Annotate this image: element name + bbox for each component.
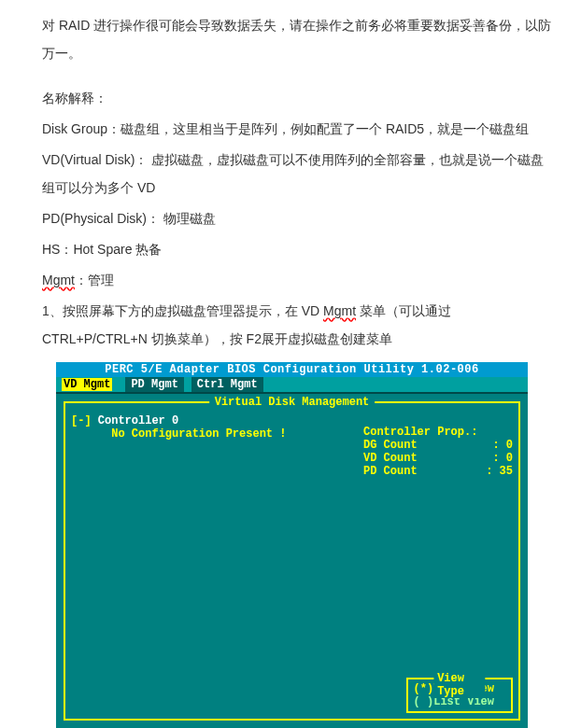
term-mgmt: Mgmt (42, 273, 75, 287)
bios-canvas: Virtual Disk Management [-] Controller 0… (56, 392, 528, 728)
tab-pd-mgmt[interactable]: PD Mgmt (125, 377, 183, 392)
tab-vd-mgmt[interactable]: VD Mgmt (56, 377, 118, 392)
text: ：管理 (75, 273, 114, 287)
tab-ctrl-mgmt[interactable]: Ctrl Mgmt (191, 377, 263, 392)
controller-tree: [-] Controller 0 No Configuration Presen… (71, 414, 286, 441)
paragraph-mgmt: Mgmt：管理 (42, 266, 553, 294)
props-vdcount: VD Count: 0 (363, 452, 513, 465)
controller-properties: Controller Prop.: DG Count: 0 VD Count: … (363, 426, 513, 478)
bios-titlebar: PERC 5/E Adapter BIOS Configuration Util… (56, 362, 528, 377)
props-pdcount: PD Count: 35 (363, 465, 513, 478)
text: 1、按照屏幕下方的虚拟磁盘管理器提示，在 VD (42, 303, 323, 318)
bios-screenshot: PERC 5/E Adapter BIOS Configuration Util… (56, 362, 581, 728)
paragraph-hs: HS：Hot Spare 热备 (42, 235, 553, 263)
paragraph-warning: 对 RAID 进行操作很可能会导致数据丢失，请在操作之前务必将重要数据妥善备份，… (42, 11, 553, 67)
term-mgmt-inline: Mgmt (323, 303, 356, 318)
prop-key: PD Count (363, 465, 418, 478)
document-body: 对 RAID 进行操作很可能会导致数据丢失，请在操作之前务必将重要数据妥善备份，… (0, 0, 581, 353)
tree-toggle-icon[interactable]: [-] (71, 414, 98, 427)
bios-frame: Virtual Disk Management [-] Controller 0… (64, 401, 520, 721)
prop-val: : 35 (486, 465, 513, 478)
bios-window: PERC 5/E Adapter BIOS Configuration Util… (56, 362, 528, 728)
prop-val: : 0 (492, 452, 513, 465)
paragraph-step1: 1、按照屏幕下方的虚拟磁盘管理器提示，在 VD Mgmt 菜单（可以通过 CTR… (42, 297, 553, 353)
view-type-title: View Type (433, 672, 485, 698)
view-type-box: View Type (*)Tree View ( )List View (406, 678, 513, 713)
tree-row-noconfig: No Configuration Present ! (71, 427, 286, 441)
bios-frame-title: Virtual Disk Management (209, 396, 376, 409)
paragraph-diskgroup: Disk Group：磁盘组，这里相当于是阵列，例如配置了一个 RAID5，就是… (42, 115, 553, 143)
prop-val: : 0 (492, 439, 513, 452)
paragraph-glossary-heading: 名称解释： (42, 84, 553, 112)
tab-label: VD Mgmt (62, 378, 112, 391)
bios-tabs: VD Mgmt PD Mgmt Ctrl Mgmt (56, 377, 528, 392)
controller-label: Controller 0 (98, 414, 178, 427)
tree-row-controller[interactable]: [-] Controller 0 (71, 414, 286, 427)
paragraph-vd: VD(Virtual Disk)： 虚拟磁盘，虚拟磁盘可以不使用阵列的全部容量，… (42, 146, 553, 202)
prop-key: DG Count (363, 439, 418, 452)
prop-key: VD Count (363, 452, 418, 465)
props-dgcount: DG Count: 0 (363, 439, 513, 452)
paragraph-pd: PD(Physical Disk)： 物理磁盘 (42, 204, 553, 232)
props-heading: Controller Prop.: (363, 426, 513, 439)
noconfig-text: No Configuration Present ! (111, 427, 286, 441)
